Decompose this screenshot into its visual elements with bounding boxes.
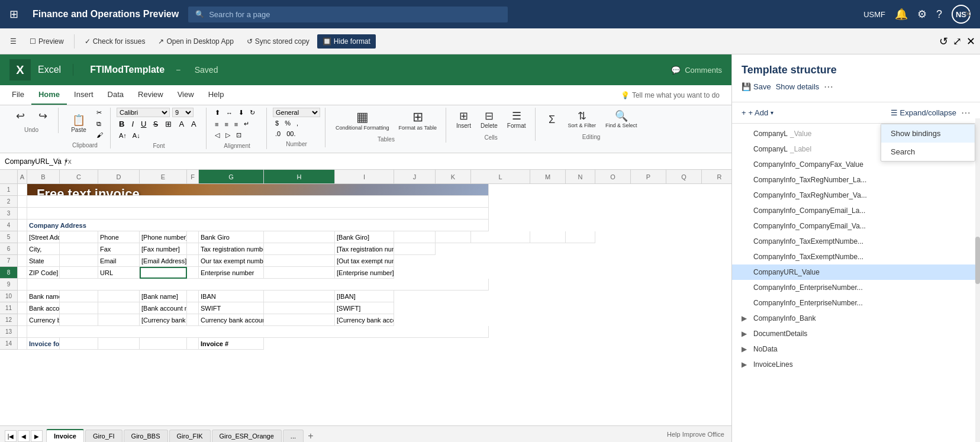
- align-bottom-button[interactable]: ⬇: [236, 108, 246, 118]
- cell-c10[interactable]: [60, 291, 98, 302]
- bold-button[interactable]: B: [117, 118, 127, 130]
- sheet-tab-giro-fik[interactable]: Giro_FIK: [169, 430, 211, 442]
- panel-header-more-button[interactable]: ⋯: [824, 81, 833, 92]
- col-header-o[interactable]: O: [595, 170, 631, 184]
- align-left-button[interactable]: ≡: [212, 119, 221, 129]
- expand-icon-nodata[interactable]: ▶: [742, 345, 751, 353]
- cell-f12[interactable]: [187, 314, 199, 326]
- underline-button[interactable]: U: [138, 118, 149, 130]
- cell-f10[interactable]: [187, 291, 199, 302]
- cell-f14[interactable]: [187, 338, 199, 350]
- cell-i5[interactable]: [Bank Giro]: [335, 231, 394, 243]
- cell-b2[interactable]: [27, 196, 489, 208]
- strikethrough-button[interactable]: S̶: [151, 118, 160, 130]
- cell-a4[interactable]: [18, 220, 27, 231]
- cell-c12[interactable]: [60, 314, 98, 326]
- align-middle-button[interactable]: ↔: [224, 108, 235, 118]
- delete-button[interactable]: ⊟ Delete: [476, 108, 502, 132]
- cut-button[interactable]: ✂: [94, 108, 105, 118]
- cell-b6[interactable]: City,: [27, 243, 60, 255]
- cell-e14[interactable]: [140, 338, 187, 350]
- align-center-button[interactable]: ≡: [222, 119, 230, 129]
- cell-g6[interactable]: Tax registration number: [199, 243, 264, 255]
- conditional-format-button[interactable]: ▦ Conditional Formatting: [331, 108, 394, 134]
- cell-e8[interactable]: [140, 267, 187, 279]
- cell-d7[interactable]: Email: [98, 255, 140, 267]
- cell-b9[interactable]: [27, 279, 489, 291]
- col-header-j[interactable]: J: [394, 170, 436, 184]
- cell-i6[interactable]: [Tax registration number]: [335, 243, 394, 255]
- tree-item-taxregv[interactable]: CompanyInfo_TaxRegNumber_Va...: [732, 188, 980, 203]
- row-header-3[interactable]: 3: [0, 208, 18, 220]
- sort-filter-button[interactable]: ⇅ Sort & Filter: [564, 108, 601, 131]
- tab-help[interactable]: Help: [201, 85, 231, 105]
- cell-a6[interactable]: [18, 243, 27, 255]
- spreadsheet-container[interactable]: A B C D E F G H I J K L M N O P Q: [0, 170, 731, 425]
- cell-a5[interactable]: [18, 231, 27, 243]
- format-button[interactable]: ☰ Format: [503, 108, 530, 132]
- preview-button[interactable]: ☐ Preview: [24, 34, 69, 49]
- cell-h10[interactable]: [264, 291, 335, 302]
- expand-collapse-button[interactable]: ☰ Expand/collapse: [891, 108, 956, 117]
- panel-scrollbar[interactable]: [975, 118, 980, 442]
- row-header-4[interactable]: 4: [0, 220, 18, 231]
- ribbon-tell-me[interactable]: 💡 Tell me what you want to do: [614, 85, 727, 105]
- col-header-d[interactable]: D: [98, 170, 140, 184]
- row-header-6[interactable]: 6: [0, 243, 18, 255]
- expand-icon-doc[interactable]: ▶: [742, 330, 751, 338]
- decrease-decimal-button[interactable]: .0: [273, 129, 283, 138]
- tab-review[interactable]: Review: [131, 85, 170, 105]
- cell-f7[interactable]: [187, 255, 199, 267]
- cell-d14[interactable]: [98, 338, 140, 350]
- tree-item-emaill[interactable]: CompanyInfo_CompanyEmail_La...: [732, 203, 980, 218]
- hide-format-button[interactable]: 🔲 Hide format: [317, 34, 376, 49]
- cell-i11[interactable]: [SWIFT]: [335, 302, 394, 314]
- grid-icon[interactable]: ⊞: [9, 8, 18, 21]
- cell-a3[interactable]: [18, 208, 27, 220]
- cell-c6[interactable]: [60, 243, 98, 255]
- tab-data[interactable]: Data: [101, 85, 131, 105]
- row-header-1[interactable]: 1: [0, 184, 18, 196]
- cell-f6[interactable]: [187, 243, 199, 255]
- tab-view[interactable]: View: [170, 85, 201, 105]
- sheet-nav-next[interactable]: ▶: [31, 430, 43, 442]
- cell-a9[interactable]: [18, 279, 27, 291]
- font-size-select[interactable]: 9: [172, 108, 194, 117]
- cell-h11[interactable]: [264, 302, 335, 314]
- undo-button[interactable]: ↩: [9, 108, 31, 124]
- cell-h5[interactable]: [264, 231, 335, 243]
- notification-icon[interactable]: 🔔: [895, 8, 908, 21]
- sheet-nav-prev[interactable]: ◀: [18, 430, 30, 442]
- merge-button[interactable]: ⊡: [234, 130, 244, 140]
- decrease-indent-button[interactable]: ◁: [212, 130, 222, 140]
- sheet-tab-giro-bbs[interactable]: Giro_BBS: [124, 430, 168, 442]
- cell-a2[interactable]: [18, 196, 27, 208]
- increase-indent-button[interactable]: ▷: [223, 130, 233, 140]
- cell-b8[interactable]: ZIP Code]: [27, 267, 60, 279]
- cell-k5[interactable]: [436, 231, 471, 243]
- row-header-9[interactable]: 9: [0, 279, 18, 291]
- cell-i8[interactable]: [Enterprise number]: [335, 267, 394, 279]
- increase-decimal-button[interactable]: 00.: [284, 129, 298, 138]
- format-painter-button[interactable]: 🖌: [94, 130, 105, 140]
- col-header-m[interactable]: M: [530, 170, 566, 184]
- col-header-h[interactable]: H: [264, 170, 335, 184]
- expand-icon[interactable]: ⤢: [953, 35, 962, 48]
- col-header-c[interactable]: C: [60, 170, 98, 184]
- show-details-link[interactable]: Show details: [776, 82, 820, 91]
- cell-n5[interactable]: [566, 231, 595, 243]
- col-header-b[interactable]: B: [27, 170, 60, 184]
- tree-item-invoicelines[interactable]: ▶ InvoiceLines: [732, 357, 980, 372]
- sheet-tab-giro-fi[interactable]: Giro_FI: [85, 430, 122, 442]
- cell-a11[interactable]: [18, 302, 27, 314]
- decrease-font-button[interactable]: A↓: [130, 131, 143, 140]
- increase-font-button[interactable]: A↑: [117, 131, 129, 140]
- cell-b11[interactable]: Bank account number: [27, 302, 60, 314]
- cell-g5[interactable]: Bank Giro: [199, 231, 264, 243]
- refresh-icon[interactable]: ↺: [939, 35, 948, 48]
- tree-item-emailv[interactable]: CompanyInfo_CompanyEmail_Va...: [732, 218, 980, 234]
- cell-h7[interactable]: [264, 255, 335, 267]
- cell-c14[interactable]: [60, 338, 98, 350]
- cell-b5[interactable]: [Street Address,: [27, 231, 60, 243]
- tab-insert[interactable]: Insert: [67, 85, 101, 105]
